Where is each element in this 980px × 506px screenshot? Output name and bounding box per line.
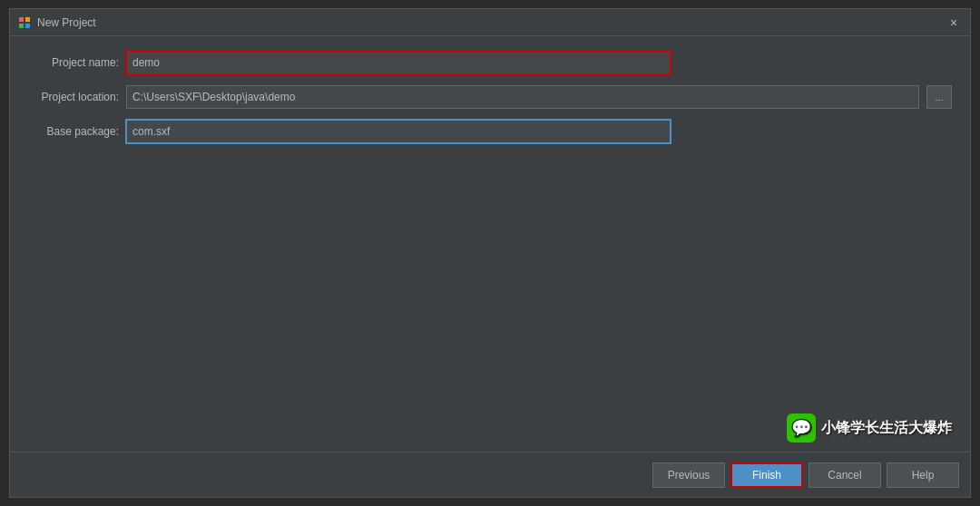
title-bar: New Project × [10,9,970,36]
project-name-label: Project name: [28,56,119,69]
previous-button[interactable]: Previous [652,462,725,488]
svg-rect-1 [25,17,30,22]
project-location-input[interactable] [126,85,919,109]
watermark: 💬 小锋学长生活大爆炸 [787,414,952,443]
empty-area [28,154,952,437]
wechat-icon: 💬 [787,414,816,443]
project-location-row: Project location: ... [28,85,952,109]
svg-rect-0 [19,17,24,22]
help-button[interactable]: Help [887,462,959,488]
dialog-title: New Project [37,16,96,29]
base-package-label: Base package: [28,125,119,138]
browse-button[interactable]: ... [926,85,952,109]
svg-rect-3 [25,24,30,28]
project-name-input[interactable] [126,51,671,74]
finish-button[interactable]: Finish [730,462,803,488]
svg-rect-2 [19,24,24,28]
dialog-content: Project name: Project location: ... Base… [10,36,970,452]
app-icon [17,15,32,30]
title-bar-left: New Project [17,15,96,30]
close-button[interactable]: × [945,14,963,32]
project-name-row: Project name: [28,51,952,74]
project-location-label: Project location: [28,91,119,103]
watermark-text: 小锋学长生活大爆炸 [821,419,952,438]
dialog-footer: Previous Finish Cancel Help [10,452,970,497]
base-package-input[interactable] [126,120,671,143]
wechat-symbol: 💬 [791,418,811,438]
new-project-dialog: New Project × Project name: Project loca… [9,8,971,498]
cancel-button[interactable]: Cancel [808,462,881,488]
base-package-row: Base package: [28,120,952,143]
